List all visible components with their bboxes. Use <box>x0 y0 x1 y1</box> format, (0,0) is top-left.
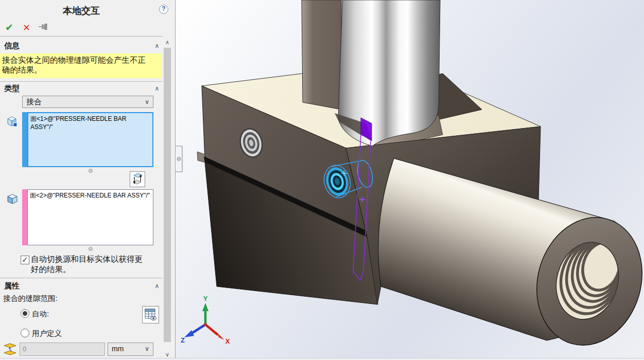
scroll-down-arrow-icon[interactable]: ∨ <box>163 350 171 358</box>
chevron-down-icon: ∨ <box>145 98 149 105</box>
listbox-resize-handle[interactable] <box>89 169 93 173</box>
warning-message: 接合实体之间的物理缝隙可能会产生不正确的结果。 <box>0 53 161 78</box>
target-body-cube-icon <box>6 192 19 207</box>
section-divider <box>0 81 163 82</box>
z-axis-label: Z <box>181 336 185 344</box>
gap-value-input[interactable]: 0 <box>20 343 105 356</box>
unit-dropdown[interactable]: mm ∨ <box>108 343 153 356</box>
bond-type-dropdown[interactable]: 接合 ∨ <box>22 96 153 108</box>
checkmark-icon: ✓ <box>22 255 28 264</box>
solidworks-window: 本地交互 ? ✔ ✕ 信息 ∧ 接合实体之间的物理缝隙可能会产生不正确的结果。 … <box>0 0 644 360</box>
panel-collapse-handle[interactable] <box>176 146 182 172</box>
panel-title: 本地交互 <box>0 5 163 17</box>
gap-table-button[interactable] <box>142 306 159 323</box>
x-axis-label: X <box>225 337 230 345</box>
target-selection-text: 面<2>@"PRESSER-NEEDLE BAR ASSY"/" <box>30 192 150 199</box>
swap-source-target-button[interactable] <box>130 171 145 187</box>
chevron-down-icon: ∨ <box>145 345 149 352</box>
window-bottom-edge <box>0 358 644 360</box>
gap-distance-icon <box>3 342 18 358</box>
radio-auto-label: 自动: <box>32 309 49 319</box>
gap-value-text: 0 <box>23 345 26 353</box>
triad-origin <box>204 323 207 326</box>
scroll-up-arrow-icon[interactable]: ∧ <box>163 38 171 46</box>
scrollbar-thumb[interactable] <box>164 48 171 342</box>
viewport-3d[interactable]: Y Z X <box>176 0 644 360</box>
source-selection-listbox[interactable]: 面<1>@"PRESSER-NEEDLE BAR ASSY"/" <box>27 112 153 167</box>
radio-user-defined-label: 用户定义 <box>32 329 62 338</box>
source-selection-text: 面<1>@"PRESSER-NEEDLE BAR ASSY"/" <box>30 115 127 131</box>
section-header-info[interactable]: 信息 <box>4 41 20 51</box>
unit-value: mm <box>112 345 124 353</box>
cancel-x-icon[interactable]: ✕ <box>23 22 30 33</box>
section-header-type[interactable]: 类型 <box>4 84 20 94</box>
pin-icon[interactable] <box>38 23 49 33</box>
target-selection-stripe <box>22 189 27 245</box>
dropdown-value: 接合 <box>26 97 42 107</box>
toolbar-divider <box>0 36 163 37</box>
back-plate[interactable] <box>302 0 341 110</box>
radio-auto[interactable] <box>21 309 29 318</box>
collapse-chevron-icon[interactable]: ∧ <box>153 85 161 92</box>
y-axis-label: Y <box>203 295 208 302</box>
property-manager-panel: 本地交互 ? ✔ ✕ 信息 ∧ 接合实体之间的物理缝隙可能会产生不正确的结果。 … <box>0 0 176 360</box>
listbox-resize-handle[interactable] <box>89 247 93 251</box>
radio-selected-dot <box>23 311 27 316</box>
ok-check-icon[interactable]: ✔ <box>5 22 13 33</box>
gap-range-label: 接合的缝隙范围: <box>3 294 58 303</box>
radio-user-defined[interactable] <box>21 329 29 337</box>
section-divider <box>0 278 163 278</box>
target-selection-listbox[interactable]: 面<2>@"PRESSER-NEEDLE BAR ASSY"/" <box>27 189 153 245</box>
source-selection-stripe <box>22 112 27 167</box>
source-body-cube-icon <box>6 115 19 130</box>
help-icon[interactable]: ? <box>159 5 168 14</box>
auto-switch-label: 自动切换源和目标实体以获得更好的结果。 <box>31 254 150 275</box>
collapse-chevron-icon[interactable]: ∧ <box>153 282 161 290</box>
auto-switch-checkbox[interactable]: ✓ <box>21 256 29 264</box>
panel-scrollbar[interactable]: ∧ ∨ <box>163 38 171 358</box>
section-header-properties[interactable]: 属性 <box>4 281 20 291</box>
collapse-chevron-icon[interactable]: ∧ <box>153 42 161 49</box>
